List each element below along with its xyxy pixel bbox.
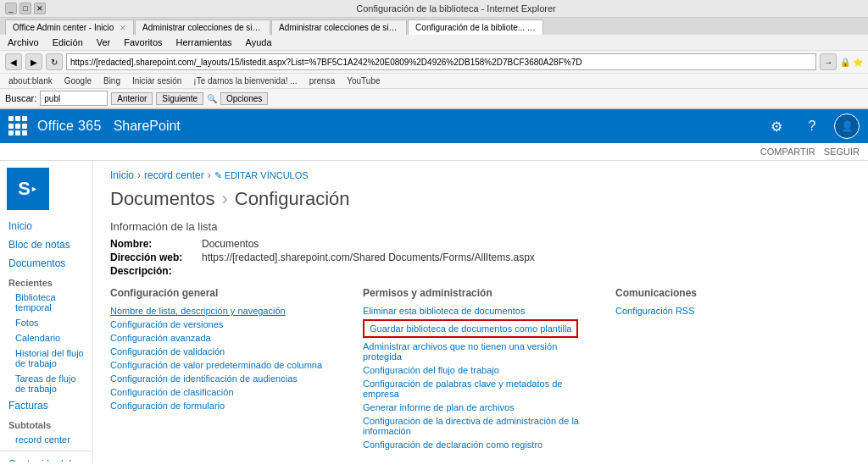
config-comunicaciones-title: Comunicaciones xyxy=(615,287,851,299)
sidebar-subitem-biblioteca[interactable]: Biblioteca temporal xyxy=(0,290,92,315)
sidebar-item-documentos[interactable]: Documentos xyxy=(0,254,92,273)
help-btn[interactable]: ? xyxy=(798,113,826,140)
page-title-lib: Documentos xyxy=(110,188,215,210)
waffle-menu[interactable] xyxy=(8,116,29,136)
sidebar-item-inicio[interactable]: Inicio xyxy=(0,217,92,235)
browser-chrome: _ □ ✕ Configuración de la biblioteca - I… xyxy=(0,0,868,109)
share-btn[interactable]: COMPARTIR xyxy=(760,147,815,157)
sidebar-subitem-historial[interactable]: Historial del flujo de trabajo xyxy=(0,346,92,371)
menu-edicion[interactable]: Edición xyxy=(50,36,86,48)
back-btn[interactable]: ◀ xyxy=(5,53,22,70)
config-link-guardar-plantilla[interactable]: Guardar biblioteca de documentos como pl… xyxy=(370,323,571,334)
config-link-declaracion[interactable]: Configuración de declaración como regist… xyxy=(363,440,598,450)
config-link-rss[interactable]: Configuración RSS xyxy=(615,306,851,316)
config-link-adminarchivos[interactable]: Administrar archivos que no tienen una v… xyxy=(363,341,598,362)
config-col-general: Configuración general Nombre de lista, d… xyxy=(110,287,346,453)
search-icon-small: 🔍 xyxy=(207,94,217,103)
bookmark-bing[interactable]: Bing xyxy=(100,75,124,86)
siguiente-btn[interactable]: Siguiente xyxy=(156,92,203,105)
list-info-title: Información de la lista xyxy=(110,220,851,233)
sidebar-item-facturas[interactable]: Facturas xyxy=(0,396,92,415)
config-columns-row: Configuración general Nombre de lista, d… xyxy=(110,287,851,453)
config-link-eliminar[interactable]: Eliminar esta biblioteca de documentos xyxy=(363,306,598,316)
config-link-identificacion[interactable]: Configuración de identificación de audie… xyxy=(110,373,346,384)
tab-2[interactable]: Administrar colecciones de siti... ✕ xyxy=(135,19,270,35)
breadcrumb-inicio[interactable]: Inicio xyxy=(110,169,134,181)
forward-btn[interactable]: ▶ xyxy=(25,53,42,70)
tab-3[interactable]: Administrar colecciones de siti... ✕ xyxy=(271,19,407,35)
gear-btn[interactable]: ⚙ xyxy=(763,113,790,140)
sidebar-item-bloc[interactable]: Bloc de notas xyxy=(0,235,92,254)
menu-bar: Archivo Edición Ver Favoritos Herramient… xyxy=(0,35,868,51)
config-link-versiones[interactable]: Configuración de versiones xyxy=(110,319,346,329)
sp-logo: S ► xyxy=(7,168,49,210)
tab-4-active[interactable]: Configuración de la bibliote... ✕ xyxy=(408,19,543,35)
tab-1[interactable]: Office Admin center - Inicio ✕ xyxy=(5,19,134,35)
config-link-flujo[interactable]: Configuración del flujo de trabajo xyxy=(363,365,598,375)
sidebar-subitem-recordcenter[interactable]: record center xyxy=(0,432,92,447)
maximize-btn[interactable]: □ xyxy=(19,3,31,14)
window-controls: _ □ ✕ xyxy=(5,3,46,14)
content-edit-links-btn[interactable]: ✎ EDITAR VÍNCULOS xyxy=(214,170,309,181)
sp-main-layout: S ► Inicio Bloc de notas Documentos Reci… xyxy=(0,161,868,462)
config-link-avanzada[interactable]: Configuración avanzada xyxy=(110,333,346,343)
breadcrumb-recordcenter[interactable]: record center xyxy=(144,169,204,181)
info-desc-label: Descripción: xyxy=(110,265,195,277)
follow-btn[interactable]: SEGUIR xyxy=(824,147,860,157)
sp-sidebar: S ► Inicio Bloc de notas Documentos Reci… xyxy=(0,161,93,462)
menu-ver[interactable]: Ver xyxy=(94,36,114,48)
info-dir-label: Dirección web: xyxy=(110,252,195,263)
go-btn[interactable]: → xyxy=(820,53,837,70)
info-dir-row: Dirección web: https://[redacted].sharep… xyxy=(110,252,851,263)
config-link-directiva[interactable]: Configuración de la directiva de adminis… xyxy=(363,416,598,436)
menu-herramientas[interactable]: Herramientas xyxy=(174,36,235,48)
list-info-section: Información de la lista Nombre: Document… xyxy=(110,220,851,277)
sidebar-subitem-fotos[interactable]: Fotos xyxy=(0,315,92,330)
config-permisos-title: Permisos y administración xyxy=(363,287,598,299)
search-bar-row: Buscar: Anterior Siguiente 🔍 Opciones xyxy=(0,89,868,108)
reload-btn[interactable]: ↻ xyxy=(46,53,63,70)
sidebar-item-contenido[interactable]: Contenido del sitio xyxy=(0,455,92,462)
address-input[interactable] xyxy=(66,53,816,70)
bookmark-aboutblank[interactable]: about:blank xyxy=(5,75,56,86)
sidebar-subitem-tareas[interactable]: Tareas de flujo de trabajo xyxy=(0,371,92,396)
config-link-informe[interactable]: Generar informe de plan de archivos xyxy=(363,402,598,412)
user-avatar[interactable]: 👤 xyxy=(834,113,860,139)
bookmark-iniciarsesion[interactable]: Iniciar sesión xyxy=(129,75,185,86)
o365-navbar: Office 365 SharePoint ⚙ ? 👤 xyxy=(0,109,868,143)
bookmark-google[interactable]: Google xyxy=(61,75,95,86)
config-link-valor-pred[interactable]: Configuración de valor predeterminado de… xyxy=(110,360,346,370)
bookmark-youtube[interactable]: YouTube xyxy=(343,75,383,86)
info-nombre-value: Documentos xyxy=(202,238,259,250)
o365-app-label: SharePoint xyxy=(114,119,181,134)
bookmark-prensa[interactable]: prensa xyxy=(306,75,339,86)
config-link-validacion[interactable]: Configuración de validación xyxy=(110,346,346,357)
menu-ayuda[interactable]: Ayuda xyxy=(243,36,275,48)
sp-action-bar: COMPARTIR SEGUIR xyxy=(0,143,868,161)
config-link-nombre[interactable]: Nombre de lista, descripción y navegació… xyxy=(110,306,346,316)
o365-brand-label: Office 365 xyxy=(37,119,102,134)
opciones-btn[interactable]: Opciones xyxy=(220,92,268,105)
search-input[interactable] xyxy=(40,91,108,106)
search-label: Buscar: xyxy=(5,93,36,103)
sidebar-subitem-calendario[interactable]: Calendario xyxy=(0,330,92,346)
menu-favoritos[interactable]: Favoritos xyxy=(121,36,164,48)
config-highlighted-guardar: Guardar biblioteca de documentos como pl… xyxy=(363,319,578,338)
sp-content-area: Inicio › record center › ✎ EDITAR VÍNCUL… xyxy=(93,161,868,462)
config-link-formulario[interactable]: Configuración de formulario xyxy=(110,401,346,411)
anterior-btn[interactable]: Anterior xyxy=(111,92,153,105)
page-title-area: Documentos › Configuración xyxy=(110,188,851,210)
content-breadcrumb: Inicio › record center › ✎ EDITAR VÍNCUL… xyxy=(110,169,309,181)
security-icons: 🔒 ⭐ xyxy=(840,58,863,67)
close-btn[interactable]: ✕ xyxy=(34,3,46,14)
info-dir-value: https://[redacted].sharepoint.com/Shared… xyxy=(202,252,535,263)
config-link-palabras[interactable]: Configuración de palabras clave y metada… xyxy=(363,379,598,399)
menu-archivo[interactable]: Archivo xyxy=(5,36,42,48)
config-col-permisos: Permisos y administración Eliminar esta … xyxy=(363,287,598,453)
minimize-btn[interactable]: _ xyxy=(5,3,17,14)
title-bar: _ □ ✕ Configuración de la biblioteca - I… xyxy=(0,0,868,18)
config-link-clasificacion[interactable]: Configuración de clasificación xyxy=(110,387,346,397)
info-nombre-row: Nombre: Documentos xyxy=(110,238,851,250)
config-general-title: Configuración general xyxy=(110,287,346,299)
bookmark-bienvenida[interactable]: ¡Te damos la bienvenida! ... xyxy=(190,75,300,86)
